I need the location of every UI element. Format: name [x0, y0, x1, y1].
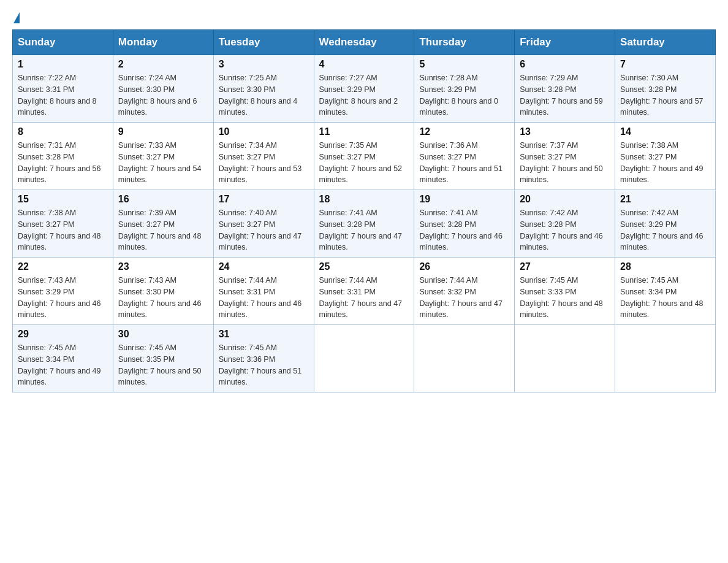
day-number: 16 — [118, 194, 208, 205]
calendar-day-cell: 6 Sunrise: 7:29 AMSunset: 3:28 PMDayligh… — [515, 55, 615, 123]
day-info: Sunrise: 7:30 AMSunset: 3:28 PMDaylight:… — [620, 74, 703, 117]
day-info: Sunrise: 7:22 AMSunset: 3:31 PMDaylight:… — [18, 74, 97, 117]
calendar-day-cell: 5 Sunrise: 7:28 AMSunset: 3:29 PMDayligh… — [414, 55, 515, 123]
calendar-week-row: 15 Sunrise: 7:38 AMSunset: 3:27 PMDaylig… — [13, 190, 716, 258]
calendar-day-cell: 21 Sunrise: 7:42 AMSunset: 3:29 PMDaylig… — [615, 190, 716, 258]
calendar-day-header: Saturday — [615, 30, 716, 55]
day-info: Sunrise: 7:45 AMSunset: 3:35 PMDaylight:… — [118, 343, 202, 386]
day-number: 2 — [118, 59, 208, 70]
day-info: Sunrise: 7:33 AMSunset: 3:27 PMDaylight:… — [118, 141, 202, 184]
logo-triangle-icon — [13, 12, 20, 23]
day-info: Sunrise: 7:41 AMSunset: 3:28 PMDaylight:… — [319, 209, 403, 251]
day-info: Sunrise: 7:27 AMSunset: 3:29 PMDaylight:… — [319, 74, 398, 117]
calendar-week-row: 29 Sunrise: 7:45 AMSunset: 3:34 PMDaylig… — [13, 325, 716, 393]
day-number: 21 — [620, 194, 710, 205]
day-info: Sunrise: 7:41 AMSunset: 3:28 PMDaylight:… — [419, 209, 502, 251]
day-number: 8 — [18, 126, 108, 137]
calendar-day-cell: 17 Sunrise: 7:40 AMSunset: 3:27 PMDaylig… — [213, 190, 314, 258]
day-number: 4 — [319, 59, 409, 70]
day-info: Sunrise: 7:44 AMSunset: 3:32 PMDaylight:… — [419, 276, 502, 319]
calendar-day-cell: 20 Sunrise: 7:42 AMSunset: 3:28 PMDaylig… — [515, 190, 615, 258]
calendar-day-header: Sunday — [13, 30, 113, 55]
calendar-day-cell: 3 Sunrise: 7:25 AMSunset: 3:30 PMDayligh… — [213, 55, 314, 123]
day-number: 1 — [18, 59, 108, 70]
day-number: 15 — [18, 194, 108, 205]
day-info: Sunrise: 7:42 AMSunset: 3:29 PMDaylight:… — [620, 209, 703, 251]
day-info: Sunrise: 7:44 AMSunset: 3:31 PMDaylight:… — [319, 276, 403, 319]
day-info: Sunrise: 7:45 AMSunset: 3:33 PMDaylight:… — [520, 276, 603, 319]
day-info: Sunrise: 7:29 AMSunset: 3:28 PMDaylight:… — [520, 74, 603, 117]
day-number: 30 — [118, 329, 208, 340]
page-header — [12, 12, 716, 23]
day-number: 27 — [520, 261, 610, 272]
calendar-day-cell: 23 Sunrise: 7:43 AMSunset: 3:30 PMDaylig… — [113, 258, 213, 325]
calendar-day-cell: 26 Sunrise: 7:44 AMSunset: 3:32 PMDaylig… — [414, 258, 515, 325]
day-number: 10 — [219, 126, 309, 137]
day-number: 13 — [520, 126, 610, 137]
day-info: Sunrise: 7:45 AMSunset: 3:34 PMDaylight:… — [18, 343, 101, 386]
calendar-day-cell: 22 Sunrise: 7:43 AMSunset: 3:29 PMDaylig… — [13, 258, 113, 325]
calendar-day-cell: 24 Sunrise: 7:44 AMSunset: 3:31 PMDaylig… — [213, 258, 314, 325]
calendar-day-cell: 18 Sunrise: 7:41 AMSunset: 3:28 PMDaylig… — [314, 190, 414, 258]
logo — [12, 12, 20, 23]
day-info: Sunrise: 7:37 AMSunset: 3:27 PMDaylight:… — [520, 141, 603, 184]
calendar-day-header: Wednesday — [314, 30, 414, 55]
calendar-day-cell: 8 Sunrise: 7:31 AMSunset: 3:28 PMDayligh… — [13, 123, 113, 190]
calendar-day-cell — [615, 325, 716, 393]
day-info: Sunrise: 7:38 AMSunset: 3:27 PMDaylight:… — [18, 209, 101, 251]
day-number: 9 — [118, 126, 208, 137]
day-info: Sunrise: 7:42 AMSunset: 3:28 PMDaylight:… — [520, 209, 603, 251]
day-info: Sunrise: 7:25 AMSunset: 3:30 PMDaylight:… — [219, 74, 298, 117]
day-number: 20 — [520, 194, 610, 205]
day-number: 23 — [118, 261, 208, 272]
calendar-day-cell — [515, 325, 615, 393]
day-info: Sunrise: 7:39 AMSunset: 3:27 PMDaylight:… — [118, 209, 202, 251]
calendar-day-cell: 2 Sunrise: 7:24 AMSunset: 3:30 PMDayligh… — [113, 55, 213, 123]
calendar-day-header: Friday — [515, 30, 615, 55]
calendar-day-cell: 13 Sunrise: 7:37 AMSunset: 3:27 PMDaylig… — [515, 123, 615, 190]
day-number: 14 — [620, 126, 710, 137]
calendar-day-cell: 27 Sunrise: 7:45 AMSunset: 3:33 PMDaylig… — [515, 258, 615, 325]
calendar-day-cell: 19 Sunrise: 7:41 AMSunset: 3:28 PMDaylig… — [414, 190, 515, 258]
calendar-day-cell — [414, 325, 515, 393]
calendar-day-cell: 15 Sunrise: 7:38 AMSunset: 3:27 PMDaylig… — [13, 190, 113, 258]
calendar-day-cell: 31 Sunrise: 7:45 AMSunset: 3:36 PMDaylig… — [213, 325, 314, 393]
calendar-day-cell: 29 Sunrise: 7:45 AMSunset: 3:34 PMDaylig… — [13, 325, 113, 393]
day-info: Sunrise: 7:38 AMSunset: 3:27 PMDaylight:… — [620, 141, 703, 184]
day-info: Sunrise: 7:35 AMSunset: 3:27 PMDaylight:… — [319, 141, 403, 184]
day-info: Sunrise: 7:43 AMSunset: 3:29 PMDaylight:… — [18, 276, 101, 319]
calendar-week-row: 1 Sunrise: 7:22 AMSunset: 3:31 PMDayligh… — [13, 55, 716, 123]
calendar-week-row: 22 Sunrise: 7:43 AMSunset: 3:29 PMDaylig… — [13, 258, 716, 325]
calendar-day-cell: 16 Sunrise: 7:39 AMSunset: 3:27 PMDaylig… — [113, 190, 213, 258]
calendar-day-cell: 7 Sunrise: 7:30 AMSunset: 3:28 PMDayligh… — [615, 55, 716, 123]
calendar-week-row: 8 Sunrise: 7:31 AMSunset: 3:28 PMDayligh… — [13, 123, 716, 190]
day-number: 12 — [419, 126, 509, 137]
day-number: 31 — [219, 329, 309, 340]
calendar-header-row: SundayMondayTuesdayWednesdayThursdayFrid… — [13, 30, 716, 55]
day-number: 5 — [419, 59, 509, 70]
calendar-day-cell: 11 Sunrise: 7:35 AMSunset: 3:27 PMDaylig… — [314, 123, 414, 190]
calendar-day-header: Thursday — [414, 30, 515, 55]
day-info: Sunrise: 7:36 AMSunset: 3:27 PMDaylight:… — [419, 141, 502, 184]
day-number: 26 — [419, 261, 509, 272]
day-info: Sunrise: 7:31 AMSunset: 3:28 PMDaylight:… — [18, 141, 101, 184]
day-info: Sunrise: 7:24 AMSunset: 3:30 PMDaylight:… — [118, 74, 197, 117]
day-info: Sunrise: 7:45 AMSunset: 3:36 PMDaylight:… — [219, 343, 302, 386]
day-info: Sunrise: 7:44 AMSunset: 3:31 PMDaylight:… — [219, 276, 302, 319]
day-number: 25 — [319, 261, 409, 272]
day-number: 6 — [520, 59, 610, 70]
calendar-day-cell: 25 Sunrise: 7:44 AMSunset: 3:31 PMDaylig… — [314, 258, 414, 325]
calendar-table: SundayMondayTuesdayWednesdayThursdayFrid… — [12, 29, 716, 393]
day-info: Sunrise: 7:43 AMSunset: 3:30 PMDaylight:… — [118, 276, 202, 319]
day-number: 17 — [219, 194, 309, 205]
day-info: Sunrise: 7:40 AMSunset: 3:27 PMDaylight:… — [219, 209, 302, 251]
day-number: 3 — [219, 59, 309, 70]
day-number: 29 — [18, 329, 108, 340]
calendar-day-cell: 14 Sunrise: 7:38 AMSunset: 3:27 PMDaylig… — [615, 123, 716, 190]
calendar-day-cell: 4 Sunrise: 7:27 AMSunset: 3:29 PMDayligh… — [314, 55, 414, 123]
day-info: Sunrise: 7:28 AMSunset: 3:29 PMDaylight:… — [419, 74, 498, 117]
calendar-day-header: Tuesday — [213, 30, 314, 55]
calendar-day-cell: 9 Sunrise: 7:33 AMSunset: 3:27 PMDayligh… — [113, 123, 213, 190]
day-number: 24 — [219, 261, 309, 272]
calendar-day-cell — [314, 325, 414, 393]
